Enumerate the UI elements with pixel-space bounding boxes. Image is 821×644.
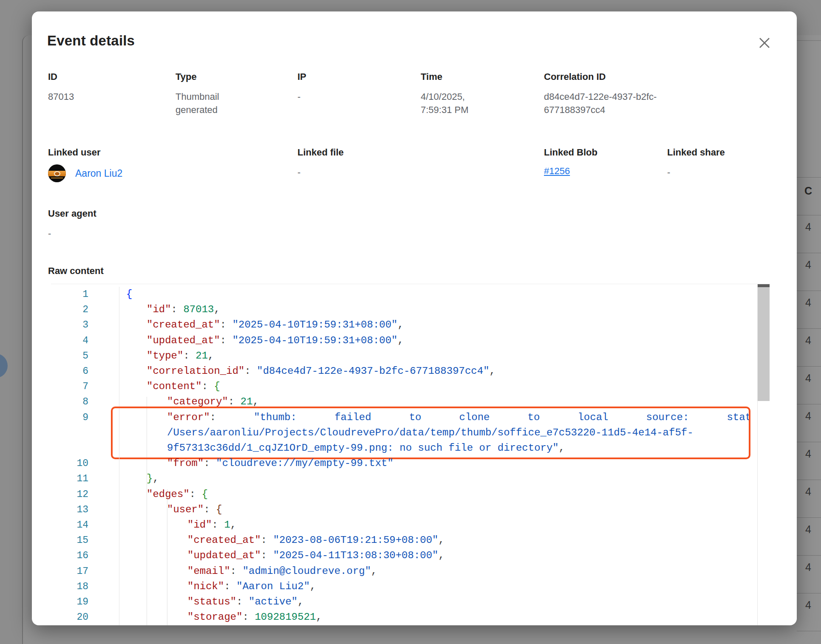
code-line: 4"updated_at": "2025-04-10T19:59:31+08:0… <box>51 333 770 348</box>
raw-content-code[interactable]: 1{2"id": 87013,3"created_at": "2025-04-1… <box>51 284 770 625</box>
background-table-cell: 4 <box>805 372 811 384</box>
line-number: 4 <box>51 333 119 348</box>
field-label: Linked share <box>667 147 781 158</box>
line-number: 13 <box>51 502 119 517</box>
close-icon <box>757 36 772 50</box>
field-value: - <box>297 90 421 103</box>
background-table-cell: 4 <box>805 523 811 536</box>
line-number: 9 <box>51 410 119 456</box>
background-fab <box>0 353 8 378</box>
code-line: 1{ <box>51 287 770 302</box>
dialog-title: Event details <box>47 33 135 49</box>
code-line: 15"created_at": "2023-08-06T19:21:59+08:… <box>51 533 770 548</box>
background-table-cell: 4 <box>805 486 811 498</box>
avatar-logo-icon <box>54 171 60 176</box>
linked-user-link[interactable]: Aaron Liu2 <box>75 168 122 179</box>
background-table-cell: 4 <box>805 259 811 271</box>
line-number: 20 <box>51 610 119 625</box>
code-line: 20"storage": 1092819521, <box>51 610 770 625</box>
code-line: 6"correlation_id": "d84ce4d7-122e-4937-b… <box>51 364 770 379</box>
field-label: Linked Blob <box>544 147 667 158</box>
line-number: 6 <box>51 364 119 379</box>
code-line: 12"edges": { <box>51 487 770 502</box>
raw-content-label: Raw content <box>48 266 104 277</box>
field-value: - <box>48 227 96 240</box>
linked-blob-field: Linked Blob #1256 <box>544 147 667 182</box>
line-number: 8 <box>51 394 119 410</box>
field-time: Time 4/10/2025, 7:59:31 PM <box>421 71 544 116</box>
field-correlation-id: Correlation ID d84ce4d7-122e-4937-b2fc-6… <box>544 71 781 116</box>
code-line: 16"updated_at": "2025-04-11T13:08:30+08:… <box>51 548 770 563</box>
field-value: Thumbnail generated <box>176 90 229 116</box>
linked-share-field: Linked share - <box>667 147 781 182</box>
line-number: 17 <box>51 564 119 579</box>
field-type: Type Thumbnail generated <box>176 71 297 116</box>
code-line: 5"type": 21, <box>51 348 770 364</box>
background-table: C44444444444 <box>797 0 821 644</box>
code-line: 13"user": { <box>51 502 770 517</box>
field-value: d84ce4d7-122e-4937-b2fc-677188397cc4 <box>544 90 669 116</box>
code-line: 8"category": 21, <box>51 394 770 410</box>
line-number: 1 <box>51 287 119 302</box>
linked-blob-link[interactable]: #1256 <box>544 166 570 177</box>
meta-fields: ID 87013 Type Thumbnail generated IP - T… <box>48 71 781 116</box>
line-number: 19 <box>51 594 119 610</box>
code-line: 14"id": 1, <box>51 517 770 533</box>
field-value: - <box>667 166 781 179</box>
background-table-cell: 4 <box>805 448 811 460</box>
code-line: 11}, <box>51 471 770 486</box>
background-table-cell: 4 <box>805 221 811 233</box>
field-label: Linked user <box>48 147 297 158</box>
line-number: 11 <box>51 471 119 486</box>
close-button[interactable] <box>754 33 775 53</box>
code-line: 9"error": "thumb: failed to clone to loc… <box>51 410 770 456</box>
field-id: ID 87013 <box>48 71 176 116</box>
scrollbar-thumb[interactable] <box>758 287 770 401</box>
field-ip: IP - <box>297 71 421 116</box>
linked-file-field: Linked file - <box>297 147 544 182</box>
code-lines: 1{2"id": 87013,3"created_at": "2025-04-1… <box>51 284 770 625</box>
code-line: 19"status": "active", <box>51 594 770 610</box>
field-value: 87013 <box>48 90 176 103</box>
background-table-cell: 4 <box>805 410 811 422</box>
code-scrollbar[interactable] <box>757 284 770 625</box>
code-line: 7"content": { <box>51 379 770 394</box>
line-number: 3 <box>51 317 119 333</box>
code-line: 2"id": 87013, <box>51 302 770 317</box>
background-table-cell: 4 <box>805 599 811 611</box>
background-column-header: C <box>804 185 812 197</box>
line-number: 12 <box>51 487 119 502</box>
event-details-dialog: Event details ID 87013 Type Thumbnail ge… <box>32 11 797 625</box>
field-label: Linked file <box>297 147 544 158</box>
linked-entities: Linked user Aaron Liu2 Linked file - Lin… <box>48 147 781 182</box>
code-line: 10"from": "cloudreve://my/empty-99.txt" <box>51 456 770 471</box>
field-label: Time <box>421 71 544 83</box>
field-label: ID <box>48 71 176 83</box>
line-number: 7 <box>51 379 119 394</box>
line-number: 10 <box>51 456 119 471</box>
field-label: Correlation ID <box>544 71 781 83</box>
user-avatar <box>48 164 66 182</box>
line-number: 18 <box>51 579 119 594</box>
line-number: 16 <box>51 548 119 563</box>
code-line: 21"avatar": "file", <box>51 625 770 625</box>
line-number: 2 <box>51 302 119 317</box>
field-label: IP <box>297 71 421 83</box>
field-label: User agent <box>48 208 96 220</box>
background-table-cell: 4 <box>805 561 811 573</box>
linked-user-row: Aaron Liu2 <box>48 164 297 182</box>
linked-user-field: Linked user Aaron Liu2 <box>48 147 297 182</box>
field-value: 4/10/2025, 7:59:31 PM <box>421 90 480 116</box>
background-table-cell: 4 <box>805 334 811 347</box>
field-value: - <box>297 166 544 179</box>
code-line: 18"nick": "Aaron Liu2", <box>51 579 770 594</box>
line-number: 5 <box>51 348 119 364</box>
background-table-cell: 4 <box>805 297 811 309</box>
code-line: 3"created_at": "2025-04-10T19:59:31+08:0… <box>51 317 770 333</box>
line-number: 14 <box>51 517 119 533</box>
line-number: 21 <box>51 625 119 625</box>
code-line: 17"email": "admin@cloudreve.org", <box>51 564 770 579</box>
field-label: Type <box>176 71 297 83</box>
user-agent-field: User agent - <box>48 208 96 240</box>
line-number: 15 <box>51 533 119 548</box>
